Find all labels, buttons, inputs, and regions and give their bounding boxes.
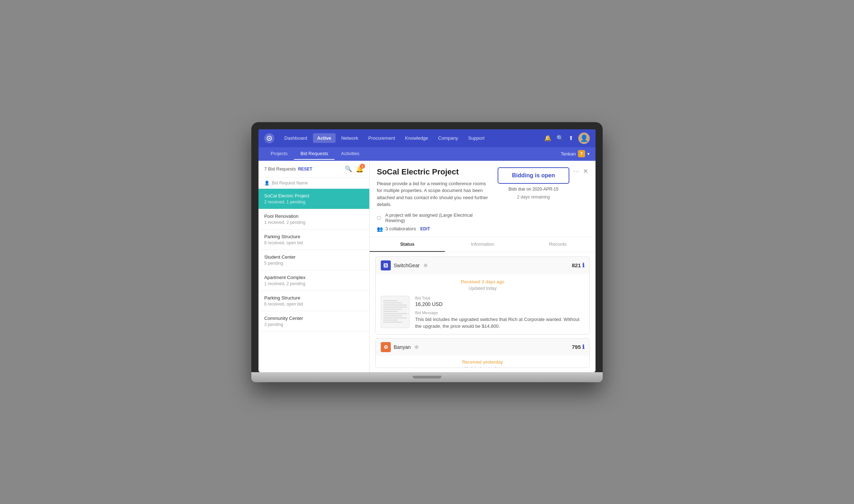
bidding-open-button[interactable]: Bidding is open — [498, 167, 569, 184]
sub-navigation: Projects Bid Requests Activities Tenkan … — [258, 147, 596, 161]
vendor-score-switchgear: 821 ℹ — [572, 262, 584, 269]
sub-nav-chevron[interactable]: ▾ — [587, 151, 590, 157]
nav-procurement[interactable]: Procurement — [364, 133, 399, 143]
notification-badge[interactable]: 🔔 1 — [356, 165, 364, 173]
sidebar-col-header: 👤 Bid Request Name — [258, 178, 369, 189]
nav-active[interactable]: Active — [313, 133, 336, 143]
nav-right: 🔔 🔍 ⬆ 👤 — [544, 133, 590, 144]
project-label: A project will be assigned (Large Electr… — [385, 212, 490, 223]
detail-header-left: SoCal Electric Project Please provide a … — [377, 167, 490, 232]
nav-network[interactable]: Network — [337, 133, 363, 143]
sidebar-title: 7 Bid Requests RESET — [264, 166, 312, 172]
bid-item-sub-3: 5 pending — [264, 261, 364, 266]
bid-card-banyan: ⚙ Banyan 795 ℹ Received yesterday Up — [375, 338, 590, 368]
svg-point-1 — [269, 138, 270, 139]
tenant-badge[interactable]: T — [578, 150, 585, 157]
vendor-info-banyan: ⚙ Banyan — [381, 342, 418, 352]
tab-information[interactable]: Information — [445, 237, 520, 252]
bid-item-name-3: Student Center — [264, 254, 364, 260]
bid-info-switchgear: Bid Total 16,200 USD Bid Message This bi… — [415, 296, 584, 330]
sub-nav-right: Tenkan T ▾ — [561, 150, 590, 157]
logo[interactable] — [264, 133, 274, 143]
banyan-received-label: Received yesterday — [376, 356, 589, 366]
avatar[interactable]: 👤 — [578, 133, 590, 144]
upload-icon[interactable]: ⬆ — [569, 135, 573, 141]
reset-link[interactable]: RESET — [298, 167, 312, 172]
laptop-base — [251, 372, 603, 382]
tab-records[interactable]: Records — [520, 237, 596, 252]
tenant-label: Tenkan — [561, 151, 576, 157]
bid-requests-count: 7 Bid Requests — [264, 166, 296, 172]
tab-projects[interactable]: Projects — [264, 148, 294, 160]
bid-updated-switchgear: Updated today — [381, 286, 584, 291]
nav-company[interactable]: Company — [434, 133, 462, 143]
bid-item-sub-1: 1 received, 2 pending — [264, 220, 364, 225]
close-icon[interactable]: ✕ — [583, 167, 588, 175]
sidebar-header: 7 Bid Requests RESET 🔍 🔔 1 — [258, 161, 369, 178]
search-icon[interactable]: 🔍 — [556, 135, 564, 141]
vendor-score-banyan: 795 ℹ — [572, 344, 584, 350]
nav-knowledge[interactable]: Knowledge — [401, 133, 432, 143]
badge-dot: 1 — [360, 164, 365, 169]
sidebar-search-icon[interactable]: 🔍 — [345, 165, 352, 172]
score-icon-switchgear: ℹ — [582, 262, 584, 269]
collaborators-icon: 👥 — [377, 226, 383, 232]
sub-nav-items: Projects Bid Requests Activities — [264, 148, 561, 160]
vendor-name-banyan: Banyan — [394, 344, 411, 350]
bid-total-value: 16,200 USD — [415, 301, 584, 307]
bid-list: SoCal Electric Project 2 received, 1 pen… — [258, 189, 369, 372]
bid-item-3[interactable]: Student Center 5 pending — [258, 250, 369, 270]
detail-header-right: Bidding is open Bids due on 2020-APR-15 … — [498, 167, 569, 200]
column-header-label: Bid Request Name — [272, 181, 308, 186]
bid-item-sub-5: 6 received, open bid — [264, 302, 364, 307]
main-content: 7 Bid Requests RESET 🔍 🔔 1 👤 Bid Request… — [258, 161, 596, 372]
bid-details-switchgear: Bid Total 16,200 USD Bid Message This bi… — [381, 296, 584, 330]
nav-support[interactable]: Support — [464, 133, 489, 143]
bid-message-text: This bid includes the upgraded switches … — [415, 316, 584, 330]
edit-collaborators-link[interactable]: EDIT — [420, 226, 430, 231]
more-options-icon[interactable]: ⋯ — [573, 167, 579, 175]
bid-document-switchgear[interactable] — [381, 296, 409, 328]
detail-description: Please provide a bid for a rewiring conf… — [377, 180, 490, 208]
bid-item-2[interactable]: Parking Structure 8 received, open bid — [258, 230, 369, 250]
bid-item-6[interactable]: Community Center 3 pending — [258, 311, 369, 332]
sidebar: 7 Bid Requests RESET 🔍 🔔 1 👤 Bid Request… — [258, 161, 370, 372]
bid-item-0[interactable]: SoCal Electric Project 2 received, 1 pen… — [258, 189, 369, 209]
project-icon: ⬡ — [377, 215, 383, 221]
bid-total-label: Bid Total — [415, 296, 584, 300]
collaborators-count: 3 collaborators — [385, 226, 416, 231]
tab-activities[interactable]: Activities — [335, 148, 366, 160]
tab-bid-requests[interactable]: Bid Requests — [294, 148, 335, 160]
bid-item-5[interactable]: Parking Structure 6 received, open bid — [258, 291, 369, 311]
bid-item-name-4: Apartment Complex — [264, 275, 364, 280]
nav-items: Dashboard Active Network Procurement Kno… — [280, 133, 544, 143]
bid-item-4[interactable]: Apartment Complex 1 received, 2 pending — [258, 270, 369, 291]
top-navigation: Dashboard Active Network Procurement Kno… — [258, 129, 596, 147]
svg-text:S: S — [385, 264, 387, 267]
nav-dashboard[interactable]: Dashboard — [280, 133, 312, 143]
bid-item-1[interactable]: Pool Renovation 1 received, 2 pending — [258, 209, 369, 230]
project-meta-row: ⬡ A project will be assigned (Large Elec… — [377, 212, 490, 223]
header-icons: ⋯ ✕ — [573, 167, 588, 175]
bids-container: S SwitchGear 821 ℹ — [370, 252, 596, 372]
bid-item-sub-6: 3 pending — [264, 322, 364, 327]
detail-header: SoCal Electric Project Please provide a … — [370, 161, 596, 237]
tab-status[interactable]: Status — [370, 237, 445, 252]
score-icon-banyan: ℹ — [582, 344, 584, 350]
collaborators-meta-row: 👥 3 collaborators EDIT — [377, 226, 490, 232]
sidebar-actions: 🔍 🔔 1 — [345, 165, 364, 173]
vendor-status-banyan — [415, 345, 418, 349]
bid-card-header-switchgear: S SwitchGear 821 ℹ — [376, 257, 589, 274]
bid-message-label: Bid Message — [415, 311, 584, 315]
vendor-status-switchgear — [424, 264, 427, 267]
vendor-logo-banyan: ⚙ — [381, 342, 391, 352]
bid-received-switchgear: Received 3 days ago — [381, 279, 584, 284]
bid-item-sub-4: 1 received, 2 pending — [264, 281, 364, 286]
bid-item-name-6: Community Center — [264, 316, 364, 321]
vendor-info-switchgear: S SwitchGear — [381, 260, 427, 270]
bid-item-name-1: Pool Renovation — [264, 213, 364, 219]
bid-item-name-0: SoCal Electric Project — [264, 193, 364, 198]
bid-item-sub-0: 2 received, 1 pending — [264, 200, 364, 205]
bell-icon[interactable]: 🔔 — [544, 135, 551, 141]
detail-panel: SoCal Electric Project Please provide a … — [370, 161, 596, 372]
